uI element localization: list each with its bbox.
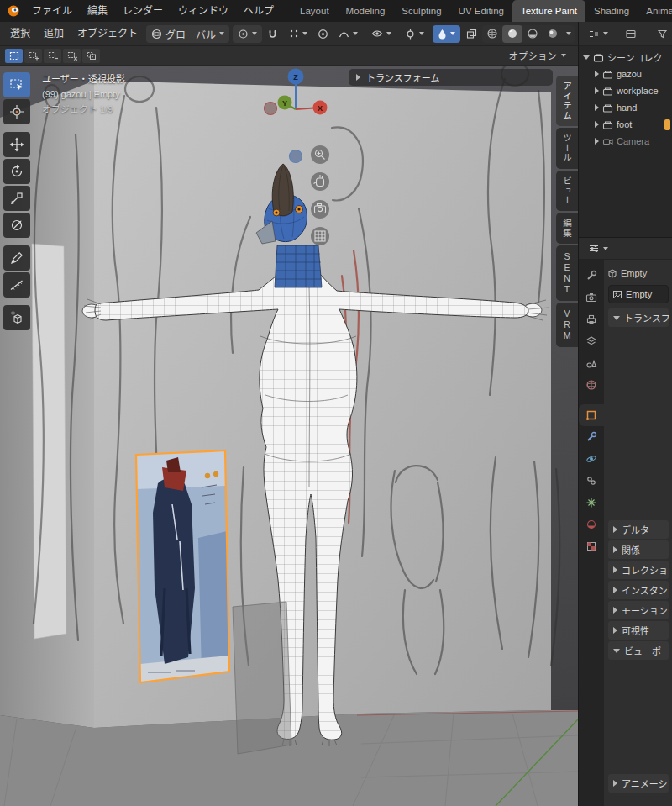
xray-toggle-button[interactable] <box>464 25 479 43</box>
outliner-row-camera[interactable]: Camera <box>579 133 672 150</box>
filter-icon[interactable] <box>657 29 668 40</box>
tab-view-layer[interactable] <box>579 330 604 352</box>
tool-transform[interactable] <box>3 213 30 238</box>
tool-cursor[interactable] <box>3 99 30 124</box>
section-animation[interactable]: アニメーシ <box>608 774 669 793</box>
tab-object[interactable] <box>579 404 604 426</box>
transform-orientation-dropdown[interactable]: グローバル <box>146 25 229 43</box>
shading-solid-button[interactable] <box>502 25 522 43</box>
tab-modifiers[interactable] <box>579 426 604 448</box>
sidebar-tab-item[interactable]: アイテム <box>556 76 578 126</box>
properties-content: Empty Empty トランスフ デルタ 関係 コレクショ インスタン モーシ… <box>604 260 672 806</box>
expand-icon[interactable] <box>595 104 599 111</box>
workspace-tab-sculpting[interactable]: Sculpting <box>393 0 449 22</box>
select-mode-extend-button[interactable] <box>24 49 42 63</box>
tab-world[interactable] <box>579 374 604 396</box>
editor-type-dropdown[interactable] <box>585 25 612 43</box>
menu-object[interactable]: オブジェクト <box>71 23 144 45</box>
workspace-tab-animation[interactable]: Anima <box>638 0 672 22</box>
tab-scene[interactable] <box>579 352 604 374</box>
tab-tool[interactable] <box>579 265 604 287</box>
pan-hand-button[interactable] <box>311 172 329 191</box>
tool-scale[interactable] <box>3 186 30 211</box>
tool-rotate[interactable] <box>3 159 30 184</box>
options-dropdown[interactable]: オプション <box>502 49 574 62</box>
annotation-dropdown[interactable] <box>433 25 460 43</box>
select-mode-set-button[interactable] <box>5 49 23 63</box>
falloff-dropdown[interactable] <box>333 25 363 43</box>
section-instancing[interactable]: インスタン <box>608 581 669 599</box>
sidebar-tab-view[interactable]: ビュー <box>556 171 578 212</box>
expand-icon[interactable] <box>595 71 599 77</box>
tab-object-data[interactable] <box>579 492 604 514</box>
transform-panel-header[interactable]: トランスフォーム <box>349 69 553 86</box>
show-object-types-dropdown[interactable] <box>366 25 396 43</box>
tab-texture[interactable] <box>579 535 604 557</box>
blender-logo-icon[interactable] <box>7 4 20 18</box>
menu-edit[interactable]: 編集 <box>80 0 115 22</box>
tab-material[interactable] <box>579 514 604 535</box>
display-mode-icon[interactable] <box>625 29 637 40</box>
section-delta-transform[interactable]: デルタ <box>608 520 669 539</box>
menu-file[interactable]: ファイル <box>24 0 80 22</box>
shading-rendered-button[interactable] <box>543 25 563 43</box>
expand-icon[interactable] <box>595 138 599 145</box>
gizmos-dropdown[interactable] <box>400 25 429 43</box>
tab-constraints[interactable] <box>579 470 604 492</box>
tab-render[interactable] <box>579 287 604 308</box>
tool-annotate[interactable] <box>3 245 30 271</box>
section-motion-paths[interactable]: モーション <box>608 601 669 619</box>
menu-select[interactable]: 選択 <box>3 23 37 45</box>
select-mode-subtract-button[interactable] <box>44 49 61 63</box>
select-mode-intersect-button[interactable] <box>82 49 100 63</box>
menu-help[interactable]: ヘルプ <box>236 0 281 22</box>
expand-icon[interactable] <box>595 121 599 128</box>
workspace-tab-layout[interactable]: Layout <box>291 0 338 22</box>
sidebar-tab-tool[interactable]: ツール <box>556 128 578 169</box>
section-viewport-display[interactable]: ビューポー <box>608 641 669 660</box>
zoom-button[interactable] <box>311 145 329 164</box>
expand-icon[interactable] <box>595 87 599 94</box>
shading-material-button[interactable] <box>522 25 543 43</box>
reference-image-object[interactable] <box>134 449 232 684</box>
section-visibility[interactable]: 可視性 <box>608 621 669 640</box>
proportional-edit-button[interactable] <box>316 25 331 43</box>
pivot-point-dropdown[interactable] <box>233 25 262 43</box>
sidebar-tab-vrm[interactable]: VRM <box>556 303 578 347</box>
section-transform[interactable]: トランスフ <box>608 308 669 327</box>
outliner-row-hand[interactable]: hand <box>579 99 672 116</box>
viewport-3d[interactable]: Z Y X <box>0 66 578 806</box>
object-name-field[interactable]: Empty <box>608 285 669 303</box>
camera-view-button[interactable] <box>311 200 329 219</box>
snap-toggle-button[interactable] <box>265 25 281 43</box>
editor-type-dropdown[interactable] <box>585 240 612 257</box>
workspace-tab-modeling[interactable]: Modeling <box>338 0 394 22</box>
tab-physics[interactable] <box>579 448 604 470</box>
sidebar-tab-edit[interactable]: 編集 <box>556 213 578 244</box>
menu-window[interactable]: ウィンドウ <box>171 0 236 22</box>
select-mode-invert-button[interactable] <box>63 49 81 63</box>
expand-icon[interactable] <box>583 55 590 60</box>
tool-add-cube[interactable] <box>3 305 30 330</box>
ortho-grid-button[interactable] <box>311 227 329 245</box>
section-collections[interactable]: コレクショ <box>608 561 669 579</box>
scene-canvas[interactable]: Z Y X <box>0 66 578 806</box>
tool-select-box[interactable] <box>3 72 30 97</box>
tool-measure[interactable] <box>3 272 30 298</box>
workspace-tab-shading[interactable]: Shading <box>585 0 638 22</box>
outliner-row-gazou[interactable]: gazou <box>579 66 672 82</box>
workspace-tab-texture-paint[interactable]: Texture Paint <box>512 0 585 22</box>
sidebar-tab-sent[interactable]: SENT <box>556 245 578 301</box>
snap-settings-dropdown[interactable] <box>284 25 312 43</box>
tab-output[interactable] <box>579 308 604 330</box>
menu-render[interactable]: レンダー <box>115 0 171 22</box>
outliner-row-foot[interactable]: foot <box>579 116 672 133</box>
section-relations[interactable]: 関係 <box>608 540 669 559</box>
workspace-tab-uv-editing[interactable]: UV Editing <box>450 0 512 22</box>
edge-on-image-plane[interactable] <box>233 602 291 754</box>
tool-move[interactable] <box>3 132 30 157</box>
outliner-row-scene-collection[interactable]: シーンコレク <box>579 49 672 66</box>
shading-wireframe-button[interactable] <box>482 25 502 43</box>
menu-add[interactable]: 追加 <box>37 23 71 45</box>
outliner-row-workplace[interactable]: workplace <box>579 82 672 99</box>
